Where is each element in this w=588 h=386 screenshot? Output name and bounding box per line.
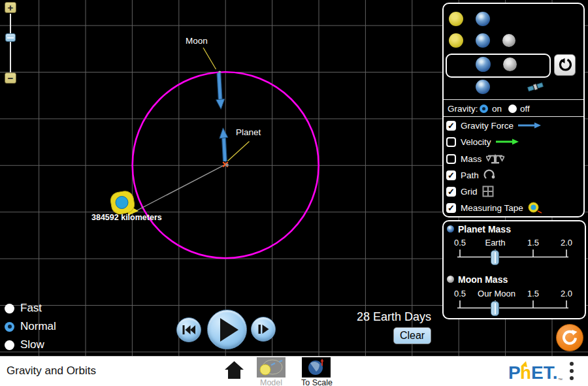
moon-mass-slider-thumb[interactable] — [491, 301, 499, 316]
phet-logo-et: ET. — [531, 362, 557, 383]
scenario2-sun-icon[interactable] — [449, 33, 463, 48]
gravity-force-checkbox[interactable]: ✓ Gravity Force — [446, 118, 542, 133]
scenario1-sun-icon[interactable] — [449, 12, 463, 26]
moon-tick-2.0: 2.0 — [561, 289, 572, 298]
control-panel: Gravity: on off ✓ Gravity Force ✓ Veloci… — [442, 3, 585, 217]
planet-body[interactable] — [225, 163, 229, 167]
divider — [444, 99, 583, 100]
velocity-checkbox[interactable]: ✓ Velocity — [446, 135, 519, 149]
radio-icon — [5, 322, 14, 332]
tab-to-scale-thumbnail[interactable] — [302, 357, 331, 378]
play-button[interactable] — [207, 310, 247, 349]
blue-arrow-icon — [518, 122, 542, 129]
moon-tick-1.5: 1.5 — [527, 289, 539, 298]
measuring-tape-checkbox[interactable]: ✓ Measuring Tape — [446, 201, 544, 215]
checkbox-icon: ✓ — [446, 121, 456, 131]
planet-gravity-arrow — [220, 128, 228, 161]
mass-slider-tracks — [444, 221, 585, 318]
navigation-bar: Gravity and Orbits Model To Scale P h ET… — [0, 356, 588, 386]
reset-arrow-icon — [558, 58, 572, 72]
measuring-tape-label: Measuring Tape — [461, 203, 523, 213]
phet-logo-p: P — [508, 362, 521, 383]
green-arrow-icon — [496, 138, 519, 145]
menu-kebab-icon[interactable] — [567, 362, 576, 383]
gravity-off-radio[interactable] — [508, 105, 517, 113]
scenario4-earth-icon[interactable] — [476, 80, 490, 94]
rewind-icon — [182, 325, 195, 335]
path-icon — [483, 169, 497, 181]
planet-label-line — [228, 142, 250, 161]
zoom-out-button[interactable]: − — [5, 72, 16, 84]
speed-fast-radio[interactable]: Fast — [5, 303, 42, 314]
speed-normal-radio[interactable]: Normal — [5, 321, 56, 332]
checkbox-icon: ✓ — [446, 137, 456, 147]
planet-mass-slider-thumb[interactable] — [491, 250, 499, 265]
path-checkbox[interactable]: ✓ Path — [446, 168, 497, 182]
mass-checkbox[interactable]: ✓ Mass — [446, 152, 504, 166]
checkbox-icon: ✓ — [446, 187, 456, 197]
moon-mass-icon — [447, 276, 454, 283]
tab-model-label[interactable]: Model — [252, 378, 291, 386]
moon-gravity-arrow — [216, 73, 225, 110]
speed-slow-radio[interactable]: Slow — [5, 340, 44, 350]
scenario4-satellite-icon[interactable] — [527, 82, 544, 93]
scenario2-earth-icon[interactable] — [476, 33, 490, 48]
zoom-slider-thumb[interactable] — [5, 33, 16, 42]
step-forward-icon — [258, 324, 269, 334]
scenario1-earth-icon[interactable] — [476, 12, 490, 26]
reset-all-icon — [561, 329, 578, 346]
checkbox-icon: ✓ — [446, 170, 456, 180]
moon-mass-title: Moon Mass — [458, 274, 508, 285]
moon-label: Moon — [186, 36, 208, 46]
speed-fast-label: Fast — [20, 302, 42, 315]
reset-scenario-button[interactable] — [554, 54, 576, 76]
zoom-slider-track[interactable] — [10, 14, 11, 72]
phet-logo[interactable]: P h ET. ™ — [508, 361, 563, 383]
measuring-tape-readout: 384592 kilometers — [91, 213, 162, 222]
velocity-label: Velocity — [461, 137, 491, 147]
reset-all-button[interactable] — [556, 324, 583, 351]
measuring-tape-icon — [528, 202, 544, 214]
checkbox-icon: ✓ — [446, 154, 456, 164]
sim-title: Gravity and Orbits — [7, 364, 96, 378]
moon-tick-0.5: 0.5 — [454, 289, 466, 298]
mass-scale-icon — [486, 153, 504, 165]
measuring-tape-line[interactable] — [137, 165, 225, 211]
gravity-label: Gravity: — [448, 104, 478, 114]
mass-panel: Planet Mass 0.5 Earth 1.5 2.0 Moon Mass … — [442, 220, 586, 319]
gravity-on-radio[interactable] — [480, 105, 488, 113]
mass-label: Mass — [461, 154, 482, 164]
time-readout: 28 Earth Days — [340, 310, 431, 324]
checkbox-icon: ✓ — [446, 203, 456, 213]
radio-icon — [5, 304, 14, 314]
gravity-on-label[interactable]: on — [492, 104, 502, 114]
scenario2-moon-icon[interactable] — [502, 34, 515, 47]
grid-icon — [482, 185, 494, 197]
path-label: Path — [461, 170, 479, 180]
scenario-selected-highlight — [446, 54, 551, 78]
radio-icon — [5, 340, 14, 350]
zoom-in-button[interactable]: + — [5, 2, 16, 13]
home-button[interactable] — [224, 361, 244, 379]
measuring-tape-body[interactable] — [109, 190, 139, 216]
planet-label: Planet — [236, 127, 261, 137]
play-icon — [220, 318, 238, 342]
speed-normal-label: Normal — [20, 320, 56, 333]
grid-label: Grid — [461, 187, 478, 197]
moon-label-line — [203, 48, 216, 69]
trademark: ™ — [558, 378, 563, 382]
speed-slow-label: Slow — [20, 338, 44, 351]
scenario3-earth-icon[interactable] — [476, 57, 491, 72]
gravity-force-label: Gravity Force — [461, 121, 514, 131]
tab-model-thumbnail[interactable] — [257, 357, 286, 378]
step-forward-button[interactable] — [251, 317, 276, 342]
clear-button[interactable]: Clear — [393, 327, 431, 344]
moon-tick-our-moon: Our Moon — [478, 289, 515, 298]
tab-to-scale-label[interactable]: To Scale — [297, 378, 336, 386]
gravity-off-label[interactable]: off — [520, 104, 530, 114]
divider — [444, 116, 583, 117]
scenario3-moon-icon[interactable] — [503, 57, 517, 71]
rewind-button[interactable] — [176, 317, 201, 342]
grid-checkbox[interactable]: ✓ Grid — [446, 184, 494, 199]
